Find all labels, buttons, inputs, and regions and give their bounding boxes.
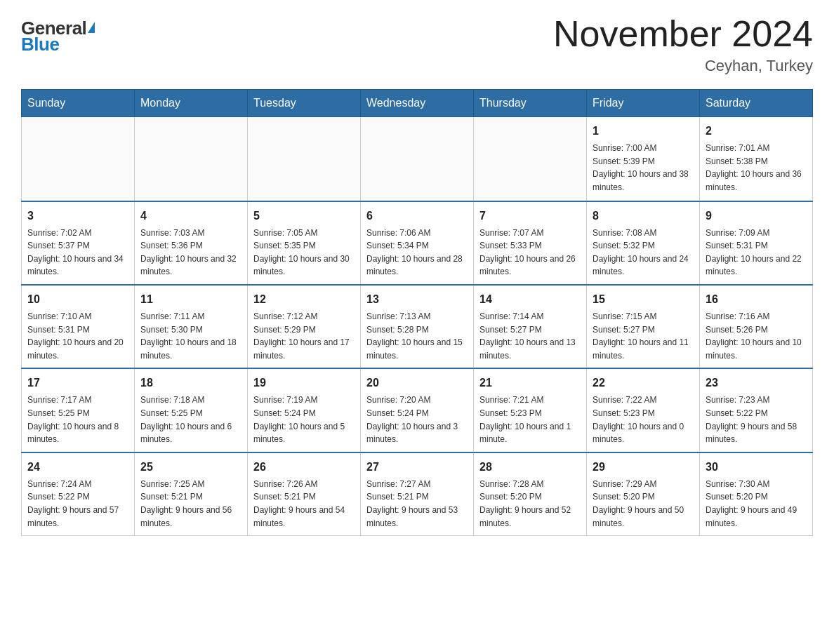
day-info: Sunrise: 7:12 AMSunset: 5:29 PMDaylight:… — [253, 310, 355, 362]
day-info: Sunrise: 7:01 AMSunset: 5:38 PMDaylight:… — [706, 142, 807, 194]
day-info: Sunrise: 7:03 AMSunset: 5:36 PMDaylight:… — [140, 227, 241, 279]
day-info: Sunrise: 7:17 AMSunset: 5:25 PMDaylight:… — [27, 394, 128, 445]
day-number: 28 — [479, 459, 581, 476]
calendar-day-cell — [474, 117, 587, 201]
day-number: 16 — [706, 291, 807, 308]
calendar-day-cell: 29Sunrise: 7:29 AMSunset: 5:20 PMDayligh… — [587, 452, 700, 536]
calendar-day-cell — [135, 117, 248, 201]
calendar-day-cell: 5Sunrise: 7:05 AMSunset: 5:35 PMDaylight… — [248, 201, 361, 285]
weekday-header-row: SundayMondayTuesdayWednesdayThursdayFrid… — [22, 90, 813, 117]
day-number: 23 — [706, 375, 807, 391]
day-info: Sunrise: 7:13 AMSunset: 5:28 PMDaylight:… — [366, 310, 468, 362]
day-info: Sunrise: 7:05 AMSunset: 5:35 PMDaylight:… — [253, 227, 355, 279]
calendar-day-cell: 22Sunrise: 7:22 AMSunset: 5:23 PMDayligh… — [587, 368, 700, 452]
calendar-day-cell: 12Sunrise: 7:12 AMSunset: 5:29 PMDayligh… — [248, 285, 361, 368]
day-number: 27 — [366, 459, 468, 476]
day-info: Sunrise: 7:24 AMSunset: 5:22 PMDaylight:… — [27, 478, 128, 530]
calendar-week-row: 24Sunrise: 7:24 AMSunset: 5:22 PMDayligh… — [22, 452, 813, 536]
calendar-day-cell: 17Sunrise: 7:17 AMSunset: 5:25 PMDayligh… — [22, 368, 135, 452]
day-info: Sunrise: 7:28 AMSunset: 5:20 PMDaylight:… — [479, 478, 581, 530]
weekday-header-friday: Friday — [587, 90, 700, 117]
day-number: 15 — [593, 291, 694, 308]
weekday-header-monday: Monday — [135, 90, 248, 117]
calendar-day-cell: 8Sunrise: 7:08 AMSunset: 5:32 PMDaylight… — [587, 201, 700, 285]
day-number: 9 — [706, 208, 807, 224]
day-number: 21 — [479, 375, 581, 391]
day-number: 20 — [366, 375, 468, 391]
day-number: 5 — [253, 208, 355, 224]
day-info: Sunrise: 7:11 AMSunset: 5:30 PMDaylight:… — [140, 310, 241, 362]
day-number: 26 — [253, 459, 355, 476]
title-block: November 2024 Ceyhan, Turkey — [553, 14, 813, 75]
weekday-header-tuesday: Tuesday — [248, 90, 361, 117]
day-number: 18 — [140, 375, 241, 391]
day-number: 8 — [593, 208, 694, 224]
day-number: 24 — [27, 459, 128, 476]
calendar-day-cell — [248, 117, 361, 201]
weekday-header-saturday: Saturday — [700, 90, 813, 117]
day-info: Sunrise: 7:21 AMSunset: 5:23 PMDaylight:… — [479, 394, 581, 445]
calendar-day-cell: 27Sunrise: 7:27 AMSunset: 5:21 PMDayligh… — [361, 452, 474, 536]
day-number: 17 — [27, 375, 128, 391]
day-number: 25 — [140, 459, 241, 476]
day-info: Sunrise: 7:10 AMSunset: 5:31 PMDaylight:… — [27, 310, 128, 362]
day-number: 30 — [706, 459, 807, 476]
day-number: 13 — [366, 291, 468, 308]
calendar-day-cell: 24Sunrise: 7:24 AMSunset: 5:22 PMDayligh… — [22, 452, 135, 536]
day-info: Sunrise: 7:19 AMSunset: 5:24 PMDaylight:… — [253, 394, 355, 445]
calendar-day-cell: 4Sunrise: 7:03 AMSunset: 5:36 PMDaylight… — [135, 201, 248, 285]
calendar-day-cell: 16Sunrise: 7:16 AMSunset: 5:26 PMDayligh… — [700, 285, 813, 368]
day-info: Sunrise: 7:15 AMSunset: 5:27 PMDaylight:… — [593, 310, 694, 362]
day-number: 6 — [366, 208, 468, 224]
day-number: 2 — [706, 123, 807, 140]
calendar-week-row: 3Sunrise: 7:02 AMSunset: 5:37 PMDaylight… — [22, 201, 813, 285]
day-info: Sunrise: 7:22 AMSunset: 5:23 PMDaylight:… — [593, 394, 694, 445]
calendar-day-cell: 21Sunrise: 7:21 AMSunset: 5:23 PMDayligh… — [474, 368, 587, 452]
day-info: Sunrise: 7:30 AMSunset: 5:20 PMDaylight:… — [706, 478, 807, 530]
day-info: Sunrise: 7:27 AMSunset: 5:21 PMDaylight:… — [366, 478, 468, 530]
calendar-day-cell: 14Sunrise: 7:14 AMSunset: 5:27 PMDayligh… — [474, 285, 587, 368]
day-number: 1 — [593, 123, 694, 140]
weekday-header-thursday: Thursday — [474, 90, 587, 117]
day-number: 14 — [479, 291, 581, 308]
calendar-day-cell: 23Sunrise: 7:23 AMSunset: 5:22 PMDayligh… — [700, 368, 813, 452]
day-info: Sunrise: 7:25 AMSunset: 5:21 PMDaylight:… — [140, 478, 241, 530]
logo-blue-text: Blue — [21, 34, 59, 55]
calendar-week-row: 17Sunrise: 7:17 AMSunset: 5:25 PMDayligh… — [22, 368, 813, 452]
calendar-day-cell: 11Sunrise: 7:11 AMSunset: 5:30 PMDayligh… — [135, 285, 248, 368]
location-text: Ceyhan, Turkey — [553, 57, 813, 75]
day-info: Sunrise: 7:14 AMSunset: 5:27 PMDaylight:… — [479, 310, 581, 362]
day-info: Sunrise: 7:16 AMSunset: 5:26 PMDaylight:… — [706, 310, 807, 362]
calendar-day-cell: 9Sunrise: 7:09 AMSunset: 5:31 PMDaylight… — [700, 201, 813, 285]
calendar-day-cell: 6Sunrise: 7:06 AMSunset: 5:34 PMDaylight… — [361, 201, 474, 285]
day-info: Sunrise: 7:23 AMSunset: 5:22 PMDaylight:… — [706, 394, 807, 445]
day-number: 11 — [140, 291, 241, 308]
day-info: Sunrise: 7:06 AMSunset: 5:34 PMDaylight:… — [366, 227, 468, 279]
day-info: Sunrise: 7:26 AMSunset: 5:21 PMDaylight:… — [253, 478, 355, 530]
logo: General Blue — [21, 14, 95, 55]
calendar-day-cell: 15Sunrise: 7:15 AMSunset: 5:27 PMDayligh… — [587, 285, 700, 368]
calendar-day-cell: 2Sunrise: 7:01 AMSunset: 5:38 PMDaylight… — [700, 117, 813, 201]
day-number: 12 — [253, 291, 355, 308]
calendar-day-cell: 18Sunrise: 7:18 AMSunset: 5:25 PMDayligh… — [135, 368, 248, 452]
day-number: 4 — [140, 208, 241, 224]
day-number: 19 — [253, 375, 355, 391]
calendar-day-cell: 13Sunrise: 7:13 AMSunset: 5:28 PMDayligh… — [361, 285, 474, 368]
calendar-day-cell: 28Sunrise: 7:28 AMSunset: 5:20 PMDayligh… — [474, 452, 587, 536]
day-info: Sunrise: 7:09 AMSunset: 5:31 PMDaylight:… — [706, 227, 807, 279]
calendar-day-cell: 25Sunrise: 7:25 AMSunset: 5:21 PMDayligh… — [135, 452, 248, 536]
weekday-header-sunday: Sunday — [22, 90, 135, 117]
day-info: Sunrise: 7:18 AMSunset: 5:25 PMDaylight:… — [140, 394, 241, 445]
calendar-day-cell: 19Sunrise: 7:19 AMSunset: 5:24 PMDayligh… — [248, 368, 361, 452]
day-number: 22 — [593, 375, 694, 391]
calendar-day-cell: 7Sunrise: 7:07 AMSunset: 5:33 PMDaylight… — [474, 201, 587, 285]
day-info: Sunrise: 7:00 AMSunset: 5:39 PMDaylight:… — [593, 142, 694, 194]
day-info: Sunrise: 7:07 AMSunset: 5:33 PMDaylight:… — [479, 227, 581, 279]
calendar-day-cell: 3Sunrise: 7:02 AMSunset: 5:37 PMDaylight… — [22, 201, 135, 285]
calendar-week-row: 1Sunrise: 7:00 AMSunset: 5:39 PMDaylight… — [22, 117, 813, 201]
page-header: General Blue November 2024 Ceyhan, Turke… — [21, 14, 813, 75]
day-number: 29 — [593, 459, 694, 476]
calendar-day-cell — [22, 117, 135, 201]
calendar-day-cell: 10Sunrise: 7:10 AMSunset: 5:31 PMDayligh… — [22, 285, 135, 368]
day-info: Sunrise: 7:29 AMSunset: 5:20 PMDaylight:… — [593, 478, 694, 530]
